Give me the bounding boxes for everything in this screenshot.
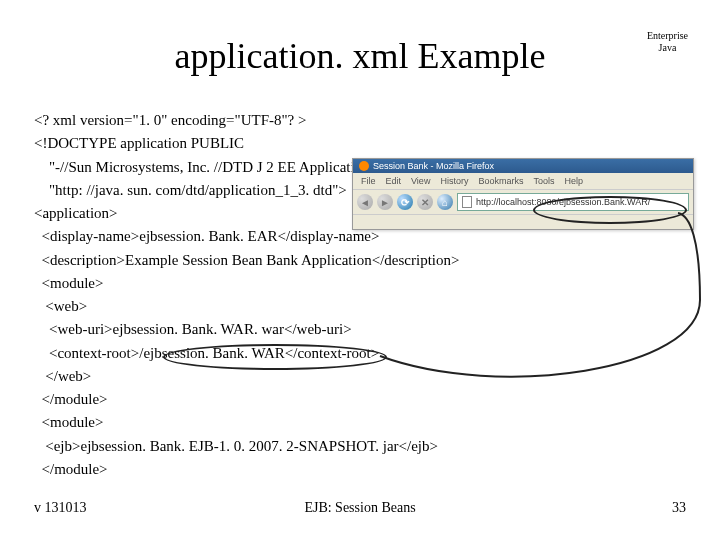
corner-label: EnterpriseJava <box>647 30 688 54</box>
home-icon: ⌂ <box>437 194 453 210</box>
reload-icon: ⟳ <box>397 194 413 210</box>
code-line: <web-uri>ejbsession. Bank. WAR. war</web… <box>34 318 720 341</box>
browser-menubar: File Edit View History Bookmarks Tools H… <box>353 173 693 190</box>
code-line: <description>Example Session Bean Bank A… <box>34 249 720 272</box>
page-title: application. xml Example <box>0 35 720 77</box>
back-icon: ◄ <box>357 194 373 210</box>
code-line: <module> <box>34 272 720 295</box>
forward-icon: ► <box>377 194 393 210</box>
menu-item: View <box>407 175 434 187</box>
menu-item: Help <box>560 175 587 187</box>
firefox-icon <box>359 161 369 171</box>
annotation-ellipse-url <box>533 196 687 224</box>
menu-item: History <box>436 175 472 187</box>
menu-item: Edit <box>382 175 406 187</box>
menu-item: File <box>357 175 380 187</box>
browser-titlebar: Session Bank - Mozilla Firefox <box>353 159 693 173</box>
code-line: </web> <box>34 365 720 388</box>
menu-item: Tools <box>529 175 558 187</box>
code-line: <!DOCTYPE application PUBLIC <box>34 132 720 155</box>
page-icon <box>462 196 472 208</box>
window-title: Session Bank - Mozilla Firefox <box>373 161 494 171</box>
stop-icon: ✕ <box>417 194 433 210</box>
code-line: </module> <box>34 458 720 481</box>
code-line: <web> <box>34 295 720 318</box>
code-line: </module> <box>34 388 720 411</box>
slide-footer: v 131013 EJB: Session Beans 33 <box>34 500 686 516</box>
menu-item: Bookmarks <box>474 175 527 187</box>
annotation-ellipse-context-root <box>163 344 387 370</box>
code-line: <module> <box>34 411 720 434</box>
code-line: <ejb>ejbsession. Bank. EJB-1. 0. 2007. 2… <box>34 435 720 458</box>
code-line: <? xml version="1. 0" encoding="UTF-8"? … <box>34 109 720 132</box>
footer-center: EJB: Session Beans <box>34 500 686 516</box>
